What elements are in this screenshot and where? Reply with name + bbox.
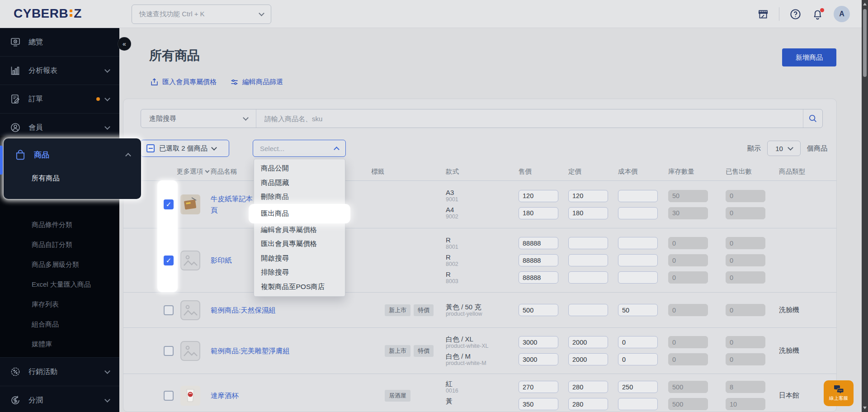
search-button[interactable]: [803, 109, 822, 128]
menu-item[interactable]: 排除搜尋: [254, 265, 345, 280]
sidebar-subitem[interactable]: 媒體庫: [0, 334, 119, 354]
row-checkbox[interactable]: [164, 346, 174, 356]
list-input[interactable]: [568, 381, 608, 393]
cost-input[interactable]: [618, 336, 658, 348]
sidebar-subitem[interactable]: 組合商品: [0, 314, 119, 334]
list-input[interactable]: [568, 353, 608, 365]
reports-icon: [10, 65, 21, 76]
sidebar-item-products[interactable]: 商品: [4, 138, 141, 171]
variant-name: 黃: [446, 397, 519, 405]
price-input[interactable]: [519, 237, 558, 249]
cost-input[interactable]: [618, 304, 658, 316]
scrollbar-thumb[interactable]: [863, 9, 867, 77]
price-input[interactable]: [519, 271, 558, 284]
chevron-down-icon: [104, 95, 110, 101]
variant-name: 白色 / XL: [446, 335, 519, 343]
menu-item-highlighted[interactable]: 匯出商品: [250, 205, 349, 222]
add-product-button[interactable]: 新增商品: [782, 48, 836, 66]
store-icon[interactable]: [757, 8, 769, 20]
cost-input[interactable]: [618, 190, 658, 202]
sidebar-item-all-products[interactable]: 所有商品: [4, 174, 141, 183]
marketing-icon: [10, 366, 21, 377]
sidebar-subitem[interactable]: 商品條件分類: [0, 215, 119, 235]
cost-input[interactable]: [618, 271, 658, 284]
sidebar-item[interactable]: 分潤: [0, 386, 119, 412]
menu-item[interactable]: 開啟搜尋: [254, 251, 345, 266]
product-name-link[interactable]: 達摩酒杯: [211, 390, 371, 401]
list-input[interactable]: [568, 336, 608, 348]
tag-chip: 新上市: [385, 304, 410, 316]
page-scrollbar[interactable]: [862, 0, 868, 412]
row-checkbox[interactable]: [164, 391, 174, 401]
bulk-action-select[interactable]: Select...: [253, 140, 346, 157]
price-input[interactable]: [519, 381, 558, 393]
price-input[interactable]: [519, 190, 558, 202]
toolbar-link[interactable]: 編輯商品篩選: [230, 78, 283, 86]
sidebar-subitem[interactable]: Excel 大量匯入商品: [0, 275, 119, 294]
sidebar-item-label: 總覽: [28, 38, 43, 47]
menu-item[interactable]: 刪除商品: [254, 190, 345, 204]
price-input[interactable]: [519, 353, 558, 365]
product-name-link[interactable]: 範例商品:完美雕塑淨膚組: [211, 345, 371, 356]
search-input[interactable]: [256, 109, 803, 128]
help-icon[interactable]: [789, 8, 802, 20]
advanced-search-select[interactable]: 進階搜尋: [141, 109, 256, 128]
list-input[interactable]: [568, 207, 608, 219]
members-icon: [10, 122, 21, 133]
sold-input: [726, 398, 765, 410]
price-input[interactable]: [519, 336, 558, 348]
cost-input[interactable]: [618, 353, 658, 365]
menu-item[interactable]: 匯出會員專屬價格: [254, 237, 345, 251]
chevron-down-icon: [104, 397, 110, 403]
column-header-more-options[interactable]: 更多選項: [177, 167, 211, 176]
bell-icon[interactable]: [811, 8, 824, 20]
chevron-down-icon: [211, 145, 217, 151]
row-checkbox[interactable]: ✓: [164, 256, 174, 265]
variant-sku: product-white-XL: [446, 343, 519, 350]
scroll-down-icon[interactable]: [863, 407, 867, 409]
menu-item[interactable]: 商品公開: [254, 161, 345, 176]
sidebar-item[interactable]: 訂單: [0, 85, 119, 114]
row-checkbox[interactable]: [164, 305, 174, 315]
list-input[interactable]: [568, 190, 608, 202]
sidebar-item[interactable]: 總覽: [0, 28, 119, 57]
price-input[interactable]: [519, 398, 558, 410]
sidebar-subitem[interactable]: 商品自訂分類: [0, 235, 119, 255]
sidebar-subitem[interactable]: 商品多層級分類: [0, 255, 119, 275]
page-size-value: 10: [775, 145, 783, 152]
selected-count-button[interactable]: 已選取 2 個商品: [141, 140, 229, 157]
table-row: ✓ 影印紙 R8001R8002R8003: [123, 228, 836, 292]
list-input[interactable]: [568, 271, 608, 284]
list-input[interactable]: [568, 254, 608, 266]
live-chat-button[interactable]: 線上客服: [824, 380, 854, 406]
product-type: 洗臉機: [779, 306, 836, 314]
toolbar-link[interactable]: 匯入會員專屬價格: [150, 78, 217, 86]
quick-search-input[interactable]: 快速查找功能 Ctrl + K: [132, 5, 271, 24]
menu-item[interactable]: 商品隱藏: [254, 176, 345, 190]
scroll-up-icon[interactable]: [863, 3, 867, 5]
cost-input[interactable]: [618, 398, 658, 410]
price-input[interactable]: [519, 207, 558, 219]
price-input[interactable]: [519, 254, 558, 266]
avatar[interactable]: A: [834, 6, 850, 22]
cost-input[interactable]: [618, 254, 658, 266]
list-input[interactable]: [568, 398, 608, 410]
sidebar-subitem[interactable]: 庫存列表: [0, 294, 119, 314]
page-size-select[interactable]: 10: [767, 141, 801, 156]
sidebar-item[interactable]: 分析報表: [0, 57, 119, 85]
chevron-up-icon: [125, 153, 131, 159]
price-input[interactable]: [519, 304, 558, 316]
product-name-link[interactable]: 範例商品:天然保濕組: [211, 304, 371, 316]
cost-input[interactable]: [618, 381, 658, 393]
list-input[interactable]: [568, 304, 608, 316]
cost-input[interactable]: [618, 207, 658, 219]
menu-item[interactable]: 複製商品至POS商店: [254, 280, 345, 294]
sidebar-collapse-button[interactable]: «: [118, 38, 131, 50]
list-input[interactable]: [568, 237, 608, 249]
menu-item[interactable]: 編輯會員專屬價格: [254, 223, 345, 237]
row-checkbox[interactable]: ✓: [164, 199, 174, 209]
sidebar-item[interactable]: 行銷活動: [0, 357, 119, 386]
indeterminate-checkbox[interactable]: [146, 144, 155, 152]
cost-input[interactable]: [618, 237, 658, 249]
table-row: 範例商品:完美雕塑淨膚組 新上市特價 白色 / XLproduct-white-…: [123, 327, 836, 374]
